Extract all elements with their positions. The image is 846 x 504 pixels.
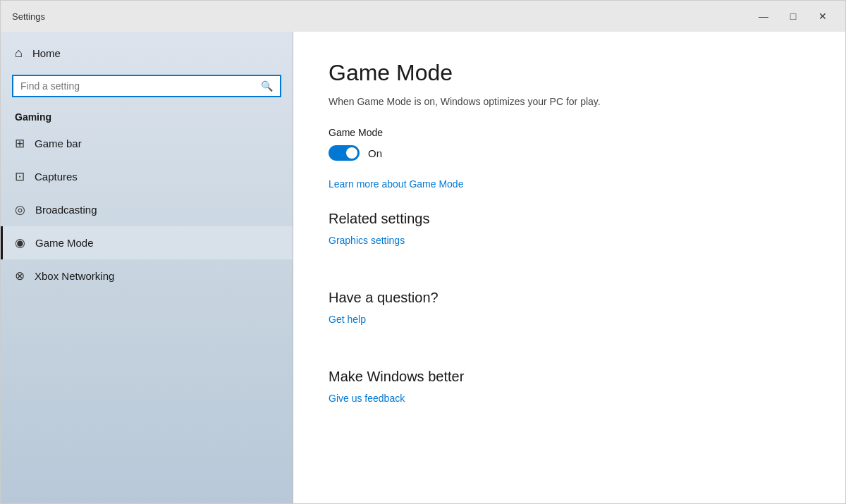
sidebar-item-captures-label: Captures: [35, 171, 78, 183]
sidebar-item-xbox-networking-label: Xbox Networking: [35, 270, 114, 282]
minimize-button[interactable]: —: [749, 6, 778, 26]
window-title: Settings: [12, 11, 45, 22]
title-bar: Settings — □ ✕: [1, 1, 845, 32]
sidebar-item-captures[interactable]: ⊡ Captures: [1, 160, 293, 193]
captures-icon: ⊡: [15, 169, 25, 184]
sidebar: ⌂ Home 🔍 Gaming ⊞ Game bar ⊡ Captures ◎: [1, 32, 293, 503]
xbox-networking-icon: ⊗: [15, 269, 25, 283]
search-input[interactable]: [20, 80, 261, 92]
window-controls: — □ ✕: [749, 6, 837, 26]
broadcasting-icon: ◎: [15, 202, 25, 217]
settings-window: Settings — □ ✕ ⌂ Home 🔍 Gaming ⊞: [0, 0, 846, 504]
graphics-settings-link[interactable]: Graphics settings: [329, 235, 405, 246]
sidebar-item-game-bar[interactable]: ⊞ Game bar: [1, 127, 293, 160]
content-panel: Game Mode When Game Mode is on, Windows …: [293, 32, 845, 503]
sidebar-item-game-mode[interactable]: ◉ Game Mode: [1, 226, 293, 259]
make-better-heading: Make Windows better: [329, 369, 810, 385]
page-title: Game Mode: [329, 60, 810, 86]
main-area: ⌂ Home 🔍 Gaming ⊞ Game bar ⊡ Captures ◎: [1, 32, 845, 503]
home-icon: ⌂: [15, 46, 23, 61]
make-better-section: Make Windows better Give us feedback: [329, 369, 810, 425]
maximize-button[interactable]: □: [779, 6, 807, 26]
feedback-link[interactable]: Give us feedback: [329, 393, 405, 404]
game-mode-toggle-row: On: [329, 145, 810, 161]
have-question-section: Have a question? Get help: [329, 290, 810, 346]
page-description: When Game Mode is on, Windows optimizes …: [329, 96, 810, 107]
game-mode-setting-label: Game Mode: [329, 127, 810, 138]
get-help-link[interactable]: Get help: [329, 314, 366, 325]
sidebar-item-home[interactable]: ⌂ Home: [1, 37, 293, 69]
toggle-state-label: On: [368, 147, 382, 159]
search-icon: 🔍: [261, 80, 273, 92]
search-box[interactable]: 🔍: [12, 75, 281, 97]
learn-more-link[interactable]: Learn more about Game Mode: [329, 178, 463, 190]
related-settings-section: Related settings Graphics settings: [329, 211, 810, 267]
sidebar-item-game-bar-label: Game bar: [35, 137, 82, 149]
related-settings-heading: Related settings: [329, 211, 810, 227]
game-bar-icon: ⊞: [15, 136, 25, 151]
sidebar-item-broadcasting-label: Broadcasting: [35, 204, 97, 216]
close-button[interactable]: ✕: [809, 6, 837, 26]
have-question-heading: Have a question?: [329, 290, 810, 306]
game-mode-icon: ◉: [15, 235, 25, 250]
game-mode-toggle[interactable]: [329, 145, 360, 161]
sidebar-item-broadcasting[interactable]: ◎ Broadcasting: [1, 193, 293, 226]
sidebar-item-game-mode-label: Game Mode: [35, 237, 94, 249]
gaming-section-label: Gaming: [1, 106, 293, 127]
home-label: Home: [32, 47, 61, 59]
toggle-knob: [346, 147, 357, 159]
sidebar-item-xbox-networking[interactable]: ⊗ Xbox Networking: [1, 259, 293, 293]
